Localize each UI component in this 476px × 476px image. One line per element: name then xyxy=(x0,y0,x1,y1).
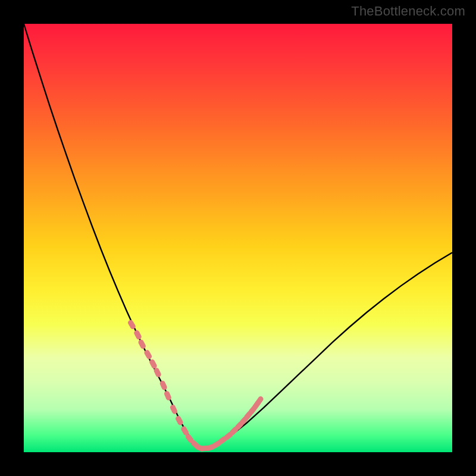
marker-group xyxy=(127,319,265,452)
chart-frame: TheBottleneck.com xyxy=(0,0,476,476)
bottleneck-curve xyxy=(24,24,452,449)
marker-point xyxy=(137,339,146,349)
plot-area xyxy=(24,24,452,452)
curve-svg xyxy=(24,24,452,452)
marker-point xyxy=(133,330,142,340)
watermark-label: TheBottleneck.com xyxy=(351,4,465,19)
